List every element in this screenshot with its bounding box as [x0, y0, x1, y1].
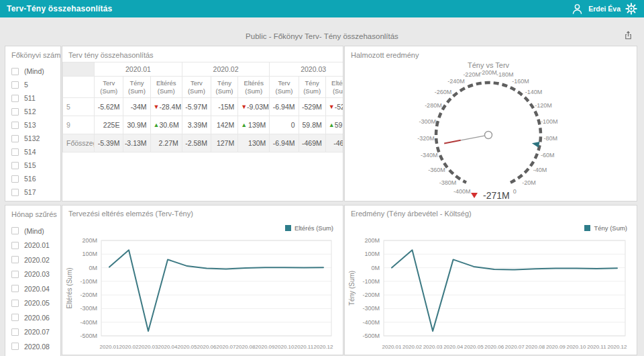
filter-option-label: 5 [24, 81, 28, 89]
month-filter-option[interactable]: 2020.03 [11, 267, 60, 282]
alert-triangle-icon [471, 193, 478, 198]
measure-header: Tény(Sum) [123, 77, 150, 98]
account-filter-option[interactable]: 516 [11, 172, 60, 185]
checkbox[interactable] [11, 271, 19, 278]
elteres-value-cell: -462M [325, 134, 343, 152]
teny-value-cell: 142M [211, 116, 237, 134]
elteres-value: 139M [248, 121, 266, 129]
account-filter-option[interactable]: 512 [11, 105, 60, 118]
y-tick-label: 100M [82, 251, 97, 257]
checkbox[interactable] [11, 227, 19, 234]
y-tick-label: 0M [371, 265, 380, 271]
x-tick-label: 2020.11 [587, 344, 606, 350]
x-tick-label: 2020.10 [275, 344, 294, 350]
checkbox[interactable] [11, 135, 19, 142]
month-filter-option[interactable]: 2020.06 [11, 310, 60, 325]
elteres-value: -462M [333, 139, 343, 147]
y-tick-label: -500M [362, 332, 380, 339]
month-filter-option[interactable]: 2020.05 [11, 296, 60, 311]
checkbox[interactable] [11, 343, 19, 350]
checkbox[interactable] [11, 108, 19, 116]
teny-value-cell: 30.9M [123, 116, 150, 134]
result-line-chart[interactable]: 200M100M0M-100M-200M-300M-400M-500M2020.… [345, 206, 637, 355]
checkbox[interactable] [11, 162, 19, 169]
gauge-subtitle: Tény vs Terv [468, 61, 510, 69]
series-line [109, 250, 323, 331]
table-row[interactable]: 9225E30.9M▲30.6M3.39M142M▲139M059.8M▲59.… [63, 116, 343, 134]
month-filter-option[interactable]: 2020.01 [11, 238, 60, 253]
checkbox[interactable] [11, 68, 19, 75]
checkbox[interactable] [11, 148, 19, 156]
checkbox[interactable] [11, 285, 19, 292]
account-filter-option[interactable]: 513 [11, 118, 60, 132]
table-row[interactable]: 5-5.62M-34M▼-28.4M-5.97M-15M▼-9.03M-6.94… [63, 98, 343, 116]
account-filter-option[interactable]: 5 [11, 78, 60, 91]
share-icon[interactable] [623, 30, 633, 40]
user-name[interactable]: Erdei Éva [588, 5, 621, 13]
variance-line-chart[interactable]: 200M100M0M-100M-200M-300M-400M-500M2020.… [62, 206, 343, 355]
arrow-down-icon: ▼ [241, 103, 247, 110]
filter-option-label: 2020.05 [24, 299, 50, 307]
user-avatar-icon[interactable] [571, 3, 584, 15]
x-tick-label: 2020.07 [505, 344, 525, 350]
x-tick-label: 2020.07 [217, 344, 236, 350]
filter-option-label: 2020.07 [24, 328, 50, 336]
x-tick-label: 2020.02 [119, 344, 139, 350]
terv-value-cell: 225E [95, 116, 123, 134]
account-filter-option[interactable]: (Mind) [11, 64, 60, 78]
checkbox[interactable] [11, 256, 19, 263]
elteres-value: 30.6M [159, 121, 178, 129]
breadcrumb: Public - Főkönyv Terv- Tény összehasonlí… [246, 32, 398, 40]
row-label: 9 [63, 116, 95, 134]
elteres-value: -522M [335, 103, 343, 111]
y-tick-label: -400M [362, 319, 380, 326]
table-empty-cell [63, 77, 95, 98]
month-filter-option[interactable]: 2020.04 [11, 281, 60, 296]
y-tick-label: -300M [80, 305, 97, 312]
account-filter-option[interactable]: 517 [11, 185, 60, 199]
gauge-chart[interactable]: Tény vs Terv0-20M-40M-60M-80M-100M-120M-… [345, 46, 637, 201]
y-tick-label: -100M [362, 278, 380, 285]
table-row[interactable]: Főösszeg-5.39M-3.13M2.27M-2.58M127M130M-… [63, 134, 343, 152]
gauge-tick-label: -400M [453, 188, 471, 195]
row-label: 5 [63, 98, 95, 116]
account-filter-option[interactable]: 514 [11, 145, 60, 159]
month-filter-option[interactable]: 2020.07 [11, 325, 60, 340]
teny-value-cell: -469M [299, 134, 325, 152]
page-title: Terv-Tény összehasonlítás [7, 4, 113, 13]
month-filter-list: (Mind)2020.012020.022020.032020.042020.0… [5, 221, 60, 354]
month-filter-option[interactable]: (Mind) [11, 224, 60, 238]
checkbox[interactable] [11, 175, 19, 183]
elteres-value: 2.27M [159, 139, 178, 147]
x-tick-label: 2020.06 [484, 344, 504, 350]
account-filter-option[interactable]: 511 [11, 91, 60, 105]
month-filter-option[interactable]: 2020.02 [11, 253, 60, 267]
measure-header: Eltérés(Sum) [150, 77, 182, 98]
month-header: 2020.01 [95, 62, 182, 77]
account-filter-option[interactable]: 521 [11, 199, 60, 202]
account-filter-option[interactable]: 515 [11, 159, 60, 172]
account-filter-option[interactable]: 5132 [11, 132, 60, 145]
arrow-down-icon: ▼ [329, 103, 335, 110]
gauge-panel: Halmozott eredmény Tény vs Terv0-20M-40M… [344, 46, 637, 202]
checkbox[interactable] [11, 242, 19, 249]
checkbox[interactable] [11, 122, 19, 129]
filter-option-label: 2020.02 [24, 256, 50, 264]
checkbox[interactable] [11, 328, 19, 336]
x-tick-label: 2020.12 [314, 344, 333, 350]
filter-option-label: 515 [24, 161, 36, 169]
checkbox[interactable] [11, 300, 19, 307]
checkbox[interactable] [11, 189, 19, 196]
checkbox[interactable] [11, 95, 19, 102]
plot-border [101, 240, 331, 336]
series-line [392, 250, 617, 331]
gear-icon[interactable] [625, 3, 637, 15]
gauge-target-marker [532, 142, 540, 148]
y-axis-title: Eltérés (Sum) [66, 267, 73, 308]
checkbox[interactable] [11, 81, 19, 89]
elteres-value-cell: 2.27M [150, 134, 182, 152]
checkbox[interactable] [11, 314, 19, 321]
terv-value-cell: -5.39M [95, 134, 123, 152]
filter-option-label: 2020.04 [24, 285, 50, 293]
month-filter-option[interactable]: 2020.08 [11, 339, 60, 354]
